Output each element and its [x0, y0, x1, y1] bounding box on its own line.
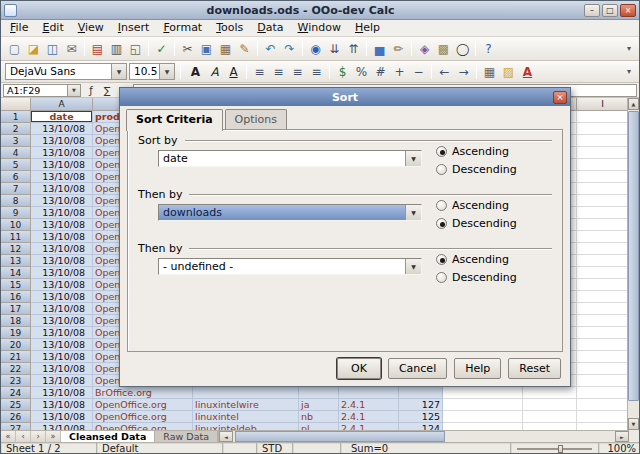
cell-G25[interactable] — [443, 399, 523, 411]
add-decimal-icon[interactable]: + — [390, 63, 409, 81]
cell-A5[interactable]: 13/10/08 — [31, 159, 93, 171]
sort-ascending-icon[interactable]: ⇊ — [325, 40, 344, 58]
row-header-27[interactable]: 27 — [1, 423, 31, 430]
cell-A3[interactable]: 13/10/08 — [31, 135, 93, 147]
align-justify-icon[interactable]: ≡ — [307, 63, 326, 81]
cell-D26[interactable]: nb — [299, 411, 339, 423]
row-header-11[interactable]: 11 — [1, 231, 31, 243]
format-currency-icon[interactable]: $ — [333, 63, 352, 81]
cell-E24[interactable] — [339, 387, 399, 399]
cell-A9[interactable]: 13/10/08 — [31, 207, 93, 219]
menu-edit[interactable]: Edit — [35, 20, 70, 36]
cell-I4[interactable] — [577, 147, 629, 159]
sort-key-combo-1[interactable]: date▼ — [158, 150, 422, 167]
cell-H25[interactable] — [523, 399, 577, 411]
row-header-26[interactable]: 26 — [1, 411, 31, 423]
cell-A21[interactable]: 13/10/08 — [31, 351, 93, 363]
row-header-24[interactable]: 24 — [1, 387, 31, 399]
row-header-1[interactable]: 1 — [1, 111, 31, 123]
cell-I7[interactable] — [577, 183, 629, 195]
row-header-7[interactable]: 7 — [1, 183, 31, 195]
cell-B25[interactable]: OpenOffice.org — [93, 399, 193, 411]
cell-A4[interactable]: 13/10/08 — [31, 147, 93, 159]
cell-I11[interactable] — [577, 231, 629, 243]
page-preview-icon[interactable]: ◱ — [126, 40, 145, 58]
cell-I18[interactable] — [577, 315, 629, 327]
close-button[interactable]: × — [620, 4, 636, 17]
cell-I12[interactable] — [577, 243, 629, 255]
maximize-button[interactable]: □ — [602, 4, 618, 17]
save-icon[interactable]: ◫ — [43, 40, 62, 58]
cell-A10[interactable]: 13/10/08 — [31, 219, 93, 231]
radio-descending-3[interactable]: Descending — [436, 271, 517, 284]
delete-decimal-icon[interactable]: − — [409, 63, 428, 81]
cell-A19[interactable]: 13/10/08 — [31, 327, 93, 339]
cell-I20[interactable] — [577, 339, 629, 351]
cell-H26[interactable] — [523, 411, 577, 423]
zoom-slider[interactable] — [511, 443, 599, 454]
sheet-tab-raw-data[interactable]: Raw Data — [155, 431, 218, 442]
select-all-corner[interactable] — [1, 98, 31, 111]
menu-tools[interactable]: Tools — [209, 20, 250, 36]
row-header-9[interactable]: 9 — [1, 207, 31, 219]
cell-C27[interactable]: linuxinteldeb — [193, 423, 299, 430]
cell-I9[interactable] — [577, 207, 629, 219]
cell-A27[interactable]: 13/10/08 — [31, 423, 93, 430]
cell-A24[interactable]: 13/10/08 — [31, 387, 93, 399]
cell-B27[interactable]: OpenOffice.org — [93, 423, 193, 430]
radio-descending-2[interactable]: Descending — [436, 217, 517, 230]
document-as-email-icon[interactable]: ✉ — [62, 40, 81, 58]
zoom-level[interactable]: 100% — [599, 443, 640, 454]
cell-F27[interactable]: 124 — [399, 423, 443, 430]
cell-A1[interactable]: date — [31, 111, 93, 123]
help-icon[interactable]: ? — [479, 40, 498, 58]
cell-G27[interactable] — [443, 423, 523, 430]
toolbar-options-icon[interactable]: ▾ — [623, 67, 635, 76]
name-box[interactable]: A1:F29 ▼ — [3, 84, 81, 97]
tab-sort-criteria[interactable]: Sort Criteria — [126, 109, 223, 131]
align-left-icon[interactable]: ≡ — [250, 63, 269, 81]
cell-A16[interactable]: 13/10/08 — [31, 291, 93, 303]
row-header-3[interactable]: 3 — [1, 135, 31, 147]
paste-icon[interactable]: ▦ — [216, 40, 235, 58]
last-sheet-icon[interactable]: » — [46, 431, 61, 442]
cell-I17[interactable] — [577, 303, 629, 315]
cancel-button[interactable]: Cancel — [388, 358, 447, 379]
navigator-icon[interactable]: ◈ — [415, 40, 434, 58]
cell-H24[interactable] — [523, 387, 577, 399]
format-percent-icon[interactable]: % — [352, 63, 371, 81]
format-paintbrush-icon[interactable]: ✎ — [235, 40, 254, 58]
cell-I15[interactable] — [577, 279, 629, 291]
row-header-17[interactable]: 17 — [1, 303, 31, 315]
cell-A7[interactable]: 13/10/08 — [31, 183, 93, 195]
cell-A18[interactable]: 13/10/08 — [31, 315, 93, 327]
cell-I22[interactable] — [577, 363, 629, 375]
combo-dropdown-icon[interactable]: ▼ — [405, 151, 421, 166]
cell-A12[interactable]: 13/10/08 — [31, 243, 93, 255]
cell-F24[interactable] — [399, 387, 443, 399]
status-selection-mode[interactable]: STD — [257, 443, 293, 454]
scroll-down-icon[interactable]: ▼ — [628, 418, 639, 430]
sheet-tab-cleansed-data[interactable]: Cleansed Data — [61, 431, 155, 442]
row-header-5[interactable]: 5 — [1, 159, 31, 171]
ok-button[interactable]: OK — [337, 358, 381, 379]
name-box-dropdown-icon[interactable]: ▼ — [67, 85, 80, 96]
row-header-21[interactable]: 21 — [1, 351, 31, 363]
align-center-icon[interactable]: ≡ — [269, 63, 288, 81]
row-header-19[interactable]: 19 — [1, 327, 31, 339]
row-header-2[interactable]: 2 — [1, 123, 31, 135]
sort-key-combo-2[interactable]: downloads▼ — [158, 204, 422, 221]
cell-B24[interactable]: BrOffice.org — [93, 387, 193, 399]
cell-A2[interactable]: 13/10/08 — [31, 123, 93, 135]
cut-icon[interactable]: ✂ — [178, 40, 197, 58]
cell-I14[interactable] — [577, 267, 629, 279]
row-header-6[interactable]: 6 — [1, 171, 31, 183]
cell-A6[interactable]: 13/10/08 — [31, 171, 93, 183]
cell-D25[interactable]: ja — [299, 399, 339, 411]
radio-ascending-1[interactable]: Ascending — [436, 145, 509, 158]
cell-A22[interactable]: 13/10/08 — [31, 363, 93, 375]
row-header-13[interactable]: 13 — [1, 255, 31, 267]
cell-I24[interactable] — [577, 387, 629, 399]
cell-D24[interactable] — [299, 387, 339, 399]
row-header-16[interactable]: 16 — [1, 291, 31, 303]
